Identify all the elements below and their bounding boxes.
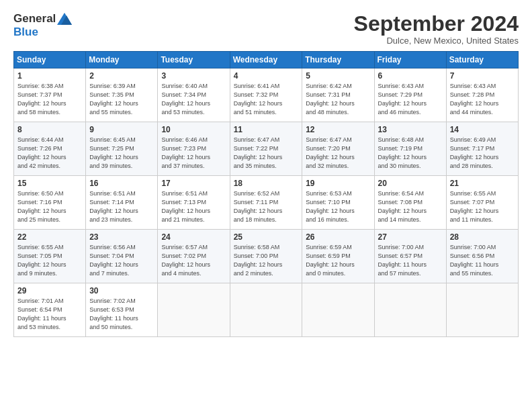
- weekday-header-tuesday: Tuesday: [158, 52, 230, 68]
- day-number: 1: [17, 71, 82, 81]
- calendar-cell: 26Sunrise: 6:59 AMSunset: 6:59 PMDayligh…: [302, 230, 374, 283]
- logo-general-text: General: [13, 12, 56, 26]
- day-number: 21: [450, 179, 515, 188]
- weekday-header-saturday: Saturday: [446, 52, 518, 68]
- day-info: Sunrise: 6:58 AMSunset: 7:00 PMDaylight:…: [234, 243, 299, 278]
- day-number: 11: [234, 125, 299, 134]
- day-info: Sunrise: 6:47 AMSunset: 7:20 PMDaylight:…: [306, 136, 370, 171]
- calendar-cell: 30Sunrise: 7:02 AMSunset: 6:53 PMDayligh…: [86, 283, 158, 337]
- day-info: Sunrise: 6:51 AMSunset: 7:14 PMDaylight:…: [89, 189, 154, 224]
- day-info: Sunrise: 6:38 AMSunset: 7:37 PMDaylight:…: [17, 82, 82, 117]
- calendar-cell: 29Sunrise: 7:01 AMSunset: 6:54 PMDayligh…: [14, 283, 86, 337]
- day-number: 20: [378, 179, 443, 188]
- day-number: 30: [89, 286, 154, 295]
- calendar-week-4: 22Sunrise: 6:55 AMSunset: 7:05 PMDayligh…: [14, 230, 519, 283]
- calendar-cell: [230, 283, 302, 337]
- weekday-header-sunday: Sunday: [14, 52, 86, 68]
- day-info: Sunrise: 6:46 AMSunset: 7:23 PMDaylight:…: [161, 136, 226, 171]
- day-number: 16: [89, 179, 154, 188]
- logo-icon: [57, 13, 72, 25]
- day-info: Sunrise: 6:47 AMSunset: 7:22 PMDaylight:…: [234, 136, 299, 171]
- day-number: 5: [306, 71, 370, 81]
- calendar-cell: 1Sunrise: 6:38 AMSunset: 7:37 PMDaylight…: [14, 68, 86, 122]
- calendar-cell: 5Sunrise: 6:42 AMSunset: 7:31 PMDaylight…: [302, 68, 374, 122]
- day-info: Sunrise: 7:00 AMSunset: 6:56 PMDaylight:…: [450, 243, 515, 278]
- calendar-cell: 3Sunrise: 6:40 AMSunset: 7:34 PMDaylight…: [158, 68, 230, 122]
- day-number: 17: [161, 179, 226, 188]
- day-info: Sunrise: 6:45 AMSunset: 7:25 PMDaylight:…: [89, 136, 154, 171]
- calendar-cell: 20Sunrise: 6:54 AMSunset: 7:08 PMDayligh…: [374, 176, 446, 230]
- weekday-header-friday: Friday: [374, 52, 446, 68]
- location: Dulce, New Mexico, United States: [354, 36, 519, 46]
- day-number: 19: [306, 179, 370, 188]
- weekday-header-thursday: Thursday: [302, 52, 374, 68]
- calendar-cell: [302, 283, 374, 337]
- day-info: Sunrise: 6:42 AMSunset: 7:31 PMDaylight:…: [306, 82, 370, 117]
- day-number: 14: [450, 125, 515, 134]
- calendar-cell: 9Sunrise: 6:45 AMSunset: 7:25 PMDaylight…: [86, 122, 158, 176]
- logo: General Blue: [13, 12, 72, 39]
- day-number: 3: [161, 71, 226, 81]
- day-number: 6: [378, 71, 443, 81]
- day-info: Sunrise: 6:48 AMSunset: 7:19 PMDaylight:…: [378, 136, 443, 171]
- day-info: Sunrise: 6:55 AMSunset: 7:07 PMDaylight:…: [450, 189, 515, 224]
- calendar-cell: 25Sunrise: 6:58 AMSunset: 7:00 PMDayligh…: [230, 230, 302, 283]
- calendar-cell: 22Sunrise: 6:55 AMSunset: 7:05 PMDayligh…: [14, 230, 86, 283]
- day-info: Sunrise: 7:01 AMSunset: 6:54 PMDaylight:…: [17, 297, 82, 332]
- calendar-week-1: 1Sunrise: 6:38 AMSunset: 7:37 PMDaylight…: [14, 68, 519, 122]
- day-info: Sunrise: 6:51 AMSunset: 7:13 PMDaylight:…: [161, 189, 226, 224]
- calendar-cell: 16Sunrise: 6:51 AMSunset: 7:14 PMDayligh…: [86, 176, 158, 230]
- calendar-cell: 6Sunrise: 6:43 AMSunset: 7:29 PMDaylight…: [374, 68, 446, 122]
- weekday-header-row: SundayMondayTuesdayWednesdayThursdayFrid…: [14, 52, 519, 68]
- day-number: 27: [378, 232, 443, 242]
- calendar-cell: [374, 283, 446, 337]
- day-info: Sunrise: 6:43 AMSunset: 7:29 PMDaylight:…: [378, 82, 443, 117]
- day-number: 24: [161, 232, 226, 242]
- day-info: Sunrise: 6:53 AMSunset: 7:10 PMDaylight:…: [306, 189, 370, 224]
- day-number: 7: [450, 71, 515, 81]
- day-info: Sunrise: 6:41 AMSunset: 7:32 PMDaylight:…: [234, 82, 299, 117]
- calendar-cell: 14Sunrise: 6:49 AMSunset: 7:17 PMDayligh…: [446, 122, 518, 176]
- calendar-week-5: 29Sunrise: 7:01 AMSunset: 6:54 PMDayligh…: [14, 283, 519, 337]
- calendar-cell: 8Sunrise: 6:44 AMSunset: 7:26 PMDaylight…: [14, 122, 86, 176]
- day-info: Sunrise: 6:43 AMSunset: 7:28 PMDaylight:…: [450, 82, 515, 117]
- calendar: SundayMondayTuesdayWednesdayThursdayFrid…: [13, 51, 519, 337]
- calendar-week-2: 8Sunrise: 6:44 AMSunset: 7:26 PMDaylight…: [14, 122, 519, 176]
- calendar-cell: 11Sunrise: 6:47 AMSunset: 7:22 PMDayligh…: [230, 122, 302, 176]
- calendar-cell: 27Sunrise: 7:00 AMSunset: 6:57 PMDayligh…: [374, 230, 446, 283]
- day-info: Sunrise: 6:49 AMSunset: 7:17 PMDaylight:…: [450, 136, 515, 171]
- day-number: 15: [17, 179, 82, 188]
- day-number: 18: [234, 179, 299, 188]
- day-number: 25: [234, 232, 299, 242]
- day-info: Sunrise: 6:56 AMSunset: 7:04 PMDaylight:…: [89, 243, 154, 278]
- day-number: 26: [306, 232, 370, 242]
- calendar-cell: 23Sunrise: 6:56 AMSunset: 7:04 PMDayligh…: [86, 230, 158, 283]
- header: General Blue September 2024 Dulce, New M…: [13, 12, 519, 46]
- day-number: 4: [234, 71, 299, 81]
- day-number: 9: [89, 125, 154, 134]
- day-info: Sunrise: 6:57 AMSunset: 7:02 PMDaylight:…: [161, 243, 226, 278]
- calendar-cell: 21Sunrise: 6:55 AMSunset: 7:07 PMDayligh…: [446, 176, 518, 230]
- calendar-cell: 12Sunrise: 6:47 AMSunset: 7:20 PMDayligh…: [302, 122, 374, 176]
- calendar-cell: 19Sunrise: 6:53 AMSunset: 7:10 PMDayligh…: [302, 176, 374, 230]
- day-info: Sunrise: 6:44 AMSunset: 7:26 PMDaylight:…: [17, 136, 82, 171]
- day-info: Sunrise: 6:40 AMSunset: 7:34 PMDaylight:…: [161, 82, 226, 117]
- day-number: 2: [89, 71, 154, 81]
- calendar-cell: 15Sunrise: 6:50 AMSunset: 7:16 PMDayligh…: [14, 176, 86, 230]
- page: General Blue September 2024 Dulce, New M…: [0, 0, 532, 411]
- title-block: September 2024 Dulce, New Mexico, United…: [354, 12, 519, 46]
- day-info: Sunrise: 7:02 AMSunset: 6:53 PMDaylight:…: [89, 297, 154, 332]
- day-info: Sunrise: 6:50 AMSunset: 7:16 PMDaylight:…: [17, 189, 82, 224]
- calendar-cell: 4Sunrise: 6:41 AMSunset: 7:32 PMDaylight…: [230, 68, 302, 122]
- calendar-cell: 13Sunrise: 6:48 AMSunset: 7:19 PMDayligh…: [374, 122, 446, 176]
- calendar-week-3: 15Sunrise: 6:50 AMSunset: 7:16 PMDayligh…: [14, 176, 519, 230]
- calendar-cell: [158, 283, 230, 337]
- calendar-cell: 28Sunrise: 7:00 AMSunset: 6:56 PMDayligh…: [446, 230, 518, 283]
- day-info: Sunrise: 6:54 AMSunset: 7:08 PMDaylight:…: [378, 189, 443, 224]
- day-number: 22: [17, 232, 82, 242]
- day-number: 13: [378, 125, 443, 134]
- month-title: September 2024: [354, 12, 519, 36]
- logo-blue-text: Blue: [13, 26, 38, 38]
- day-info: Sunrise: 6:39 AMSunset: 7:35 PMDaylight:…: [89, 82, 154, 117]
- day-info: Sunrise: 6:59 AMSunset: 6:59 PMDaylight:…: [306, 243, 370, 278]
